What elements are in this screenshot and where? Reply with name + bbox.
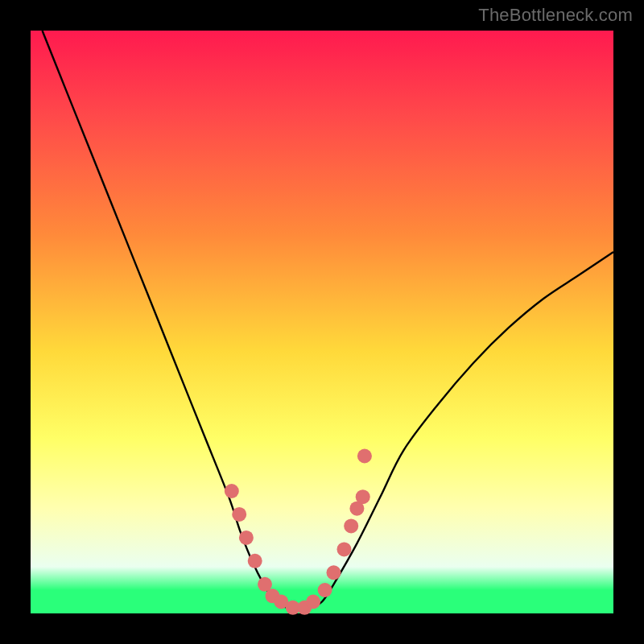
marker-point [248,554,262,568]
watermark-text: TheBottleneck.com [478,5,633,26]
marker-point [306,595,320,609]
marker-point [344,518,358,533]
bottleneck-curve [43,31,614,608]
marker-point [225,484,239,498]
marker-group [225,449,372,615]
marker-point [356,489,370,504]
marker-point [239,530,254,545]
chart-frame: TheBottleneck.com [0,0,644,644]
marker-point [357,449,372,464]
marker-point [337,542,352,556]
plot-area [31,31,613,613]
curve-svg [31,31,613,613]
marker-point [232,507,246,522]
marker-point [318,583,332,597]
marker-point [327,565,341,580]
